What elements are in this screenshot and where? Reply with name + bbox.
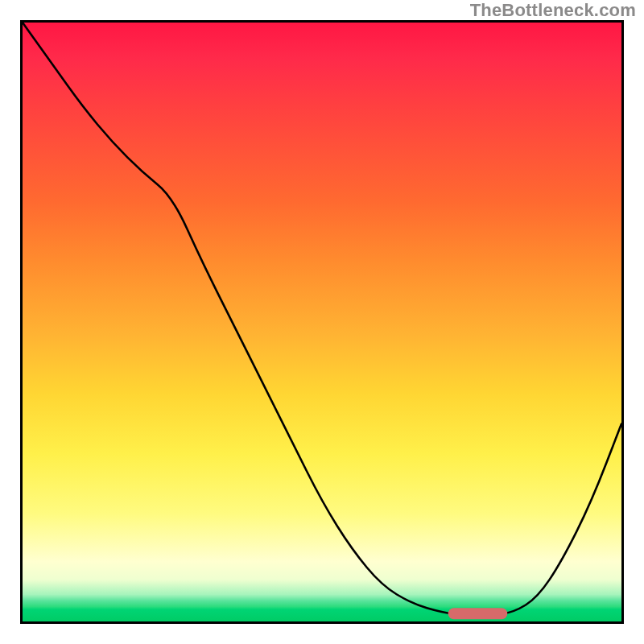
heatmap-gradient — [23, 23, 621, 621]
attribution-text: TheBottleneck.com — [470, 0, 636, 21]
chart-figure: TheBottleneck.com — [0, 0, 644, 644]
plot-area — [20, 20, 624, 624]
